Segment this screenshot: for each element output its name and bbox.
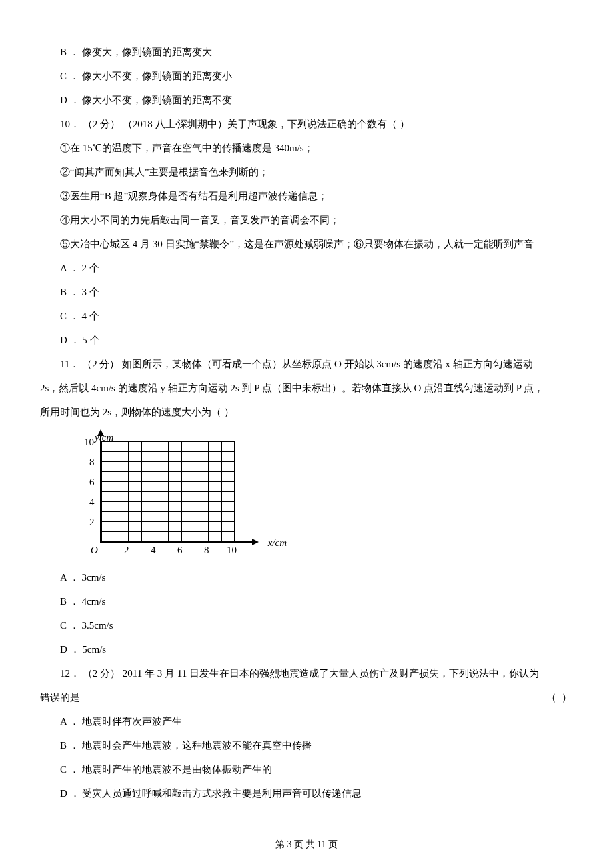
q10-statement-1: ①在 15℃的温度下，声音在空气中的传播速度是 340m/s；	[40, 136, 573, 160]
q10-statement-5: ⑤大冶中心城区 4 月 30 日实施“禁鞭令”，这是在声源处减弱噪声；⑥只要物体…	[40, 232, 573, 256]
x-tick-10: 10	[227, 545, 237, 555]
q11-stem-line2: 2s，然后以 4cm/s 的速度沿 y 轴正方向运动 2s 到 P 点（图中未标…	[40, 376, 573, 400]
x-tick-6: 6	[177, 545, 183, 555]
q10-option-a[interactable]: A ． 2 个	[40, 256, 573, 280]
y-tick-8: 8	[89, 457, 95, 467]
q11-option-c[interactable]: C ． 3.5cm/s	[40, 613, 573, 637]
grid-icon	[101, 441, 235, 541]
x-tick-4: 4	[151, 545, 156, 555]
y-tick-2: 2	[89, 517, 95, 527]
q12-stem-line1: 12． （2 分） 2011 年 3 月 11 日发生在日本的强烈地震造成了大量…	[40, 661, 573, 685]
page-footer: 第 3 页 共 11 页	[0, 833, 613, 856]
q10-statement-3: ③医生用“B 超”观察身体是否有结石是利用超声波传递信息；	[40, 184, 573, 208]
x-axis-line	[100, 541, 253, 543]
y-tick-6: 6	[89, 477, 95, 487]
origin-label: O	[91, 545, 98, 555]
q10-statement-4: ④用大小不同的力先后敲击同一音叉，音叉发声的音调会不同；	[40, 208, 573, 232]
x-axis-label: x/cm	[268, 531, 287, 555]
q11-option-d[interactable]: D ． 5cm/s	[40, 637, 573, 661]
q11-option-b[interactable]: B ． 4cm/s	[40, 589, 573, 613]
q11-figure: y/cm x/cm O 10 8 6 4 2 2 4 6 8 10	[80, 429, 267, 563]
q11-stem-line3: 所用时间也为 2s，则物体的速度大小为（ ）	[40, 400, 573, 424]
q10-statement-2: ②“闻其声而知其人”主要是根据音色来判断的；	[40, 160, 573, 184]
y-tick-4: 4	[89, 497, 95, 507]
q10-option-d[interactable]: D ． 5 个	[40, 328, 573, 352]
y-tick-10: 10	[84, 437, 94, 447]
q9-option-b[interactable]: B ． 像变大，像到镜面的距离变大	[40, 40, 573, 64]
x-tick-8: 8	[204, 545, 209, 555]
q11-stem-line1: 11． （2 分） 如图所示，某物体（可看成一个点）从坐标原点 O 开始以 3c…	[40, 352, 573, 376]
x-tick-2: 2	[124, 545, 129, 555]
q12-stem-line2: 错误的是 （ ）	[40, 685, 573, 709]
q10-stem: 10． （2 分） （2018 八上·深圳期中）关于声现象，下列说法正确的个数有…	[40, 112, 573, 136]
q9-option-c[interactable]: C ． 像大小不变，像到镜面的距离变小	[40, 64, 573, 88]
q10-option-c[interactable]: C ． 4 个	[40, 304, 573, 328]
q12-option-c[interactable]: C ． 地震时产生的地震波不是由物体振动产生的	[40, 757, 573, 781]
q11-option-a[interactable]: A ． 3cm/s	[40, 565, 573, 589]
q12-option-a[interactable]: A ． 地震时伴有次声波产生	[40, 709, 573, 733]
q10-option-b[interactable]: B ． 3 个	[40, 280, 573, 304]
q9-option-d[interactable]: D ． 像大小不变，像到镜面的距离不变	[40, 88, 573, 112]
q12-answer-blank[interactable]: （ ）	[546, 685, 574, 709]
q12-stem-left: 错误的是	[40, 692, 80, 703]
q12-option-d[interactable]: D ． 受灾人员通过呼喊和敲击方式求救主要是利用声音可以传递信息	[40, 781, 573, 805]
q12-option-b[interactable]: B ． 地震时会产生地震波，这种地震波不能在真空中传播	[40, 733, 573, 757]
x-axis-arrow-icon	[252, 539, 259, 545]
